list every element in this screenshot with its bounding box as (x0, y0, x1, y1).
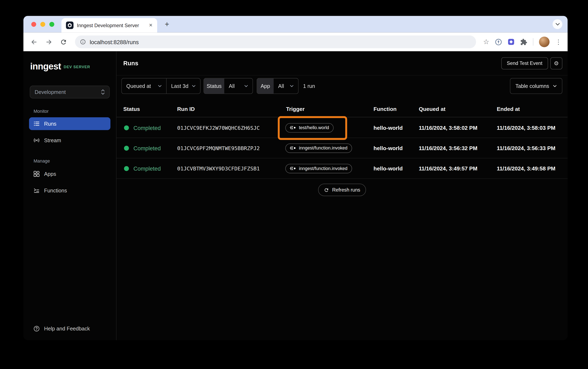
send-test-event-button[interactable]: Send Test Event (501, 57, 548, 69)
table-columns-label: Table columns (516, 83, 549, 89)
trigger-name: test/hello.world (299, 125, 329, 130)
page-title: Runs (123, 60, 138, 67)
runs-icon (34, 121, 40, 127)
refresh-runs-button[interactable]: Refresh runs (318, 184, 366, 196)
time-range-filter[interactable]: Last 3d (167, 78, 200, 93)
status-dot (124, 166, 129, 171)
status-filter-group: Status All (203, 78, 253, 94)
browser-toolbar: localhost:8288/runs ☆ ⋮ (23, 32, 568, 51)
tab-strip: Inngest Development Server ✕ + (23, 16, 568, 32)
help-label: Help and Feedback (44, 326, 90, 331)
status-dot (124, 125, 129, 130)
function-name[interactable]: hello-world (374, 165, 403, 171)
refresh-runs-label: Refresh runs (332, 187, 360, 193)
settings-gear-icon[interactable]: ⚙ (550, 57, 562, 69)
time-filter-group: Queued at Last 3d (121, 78, 200, 94)
run-id[interactable]: 01JCVBTMV3WXY9D3CFDEJFZSB1 (177, 165, 260, 171)
forward-icon[interactable] (44, 37, 53, 46)
environment-value: Development (35, 89, 66, 95)
trigger-name: inngest/function.invoked (299, 166, 348, 171)
inngest-logo: inngest (30, 61, 61, 72)
col-run-id: Run ID (177, 106, 195, 112)
ended-at: 11/16/2024, 3:58:03 PM (497, 125, 556, 131)
queued-at-label: Queued at (126, 83, 151, 89)
sidebar-item-runs[interactable]: Runs (29, 117, 110, 130)
close-tab-icon[interactable]: ✕ (149, 23, 152, 28)
col-ended: Ended at (497, 106, 520, 112)
col-queued: Queued at (419, 106, 446, 112)
run-id[interactable]: 01JCVC9EFKJ2W70WQHC6ZH6SJC (177, 125, 260, 131)
help-icon (34, 326, 40, 331)
sidebar-item-label: Apps (44, 171, 56, 177)
trigger-badge[interactable]: inngest/function.invoked (285, 143, 352, 153)
app-filter-value[interactable]: All (274, 78, 298, 93)
inngest-favicon-icon (66, 21, 73, 29)
url-text[interactable]: localhost:8288/runs (90, 39, 139, 45)
col-function: Function (374, 106, 397, 112)
extension-icon-1[interactable] (495, 38, 502, 46)
run-status: Completed (133, 145, 161, 151)
function-name[interactable]: hello-world (374, 125, 403, 131)
url-bar[interactable]: localhost:8288/runs (75, 35, 476, 48)
tab-title: Inngest Development Server (77, 22, 144, 28)
event-icon (290, 146, 296, 150)
inngest-app: inngest DEV SERVER Development Monitor R… (23, 51, 568, 340)
tab-search-chevron-icon[interactable] (553, 19, 562, 29)
run-id[interactable]: 01JCVC6PF2MQNMTWE95BBRZPJ2 (177, 145, 260, 151)
functions-icon (34, 187, 40, 194)
browser-tab[interactable]: Inngest Development Server ✕ (61, 18, 157, 32)
screenshot-stage: Inngest Development Server ✕ + (0, 0, 588, 369)
help-and-feedback[interactable]: Help and Feedback (29, 322, 110, 335)
main-content: Runs Send Test Event ⚙ Queued at Last 3d (116, 51, 568, 340)
status-value-label: All (229, 83, 235, 89)
browser-window: Inngest Development Server ✕ + (23, 16, 568, 340)
reload-icon[interactable] (59, 37, 68, 46)
trigger-badge[interactable]: test/hello.world (285, 123, 334, 132)
logo-row: inngest DEV SERVER (30, 61, 90, 72)
table-columns-button[interactable]: Table columns (510, 78, 562, 94)
table-row[interactable]: Completed 01JCVBTMV3WXY9D3CFDEJFZSB1 inn… (116, 158, 568, 179)
event-icon (290, 166, 296, 170)
site-info-icon[interactable] (80, 39, 86, 45)
filter-bar: Queued at Last 3d Status All (121, 78, 562, 94)
queued-at: 11/16/2024, 3:58:02 PM (419, 125, 477, 131)
queued-at: 11/16/2024, 3:56:32 PM (419, 145, 477, 151)
extensions-puzzle-icon[interactable] (520, 38, 527, 46)
sidebar-item-apps[interactable]: Apps (29, 167, 110, 180)
table-row[interactable]: Completed 01JCVC9EFKJ2W70WQHC6ZH6SJC tes… (116, 118, 568, 138)
close-window-button[interactable] (31, 22, 36, 27)
stream-icon (34, 137, 40, 143)
table-header: Status Run ID Trigger Function Queued at… (116, 101, 568, 117)
refresh-icon (324, 187, 329, 192)
extension-icon-2[interactable] (508, 39, 514, 45)
bookmark-star-icon[interactable]: ☆ (483, 39, 489, 45)
sidebar: inngest DEV SERVER Development Monitor R… (23, 51, 116, 340)
app-filter-group: App All (257, 78, 299, 94)
time-range-label: Last 3d (171, 83, 189, 89)
ended-at: 11/16/2024, 3:49:58 PM (497, 165, 556, 171)
browser-menu-icon[interactable]: ⋮ (555, 38, 562, 46)
back-icon[interactable] (30, 37, 39, 46)
dev-server-badge: DEV SERVER (64, 65, 90, 69)
profile-avatar[interactable] (539, 37, 549, 47)
table-row[interactable]: Completed 01JCVC6PF2MQNMTWE95BBRZPJ2 inn… (116, 138, 568, 158)
toolbar-divider (533, 38, 533, 46)
trigger-badge[interactable]: inngest/function.invoked (285, 164, 352, 173)
fullscreen-window-button[interactable] (49, 22, 54, 27)
updown-chevron-icon (101, 89, 105, 95)
minimize-window-button[interactable] (40, 22, 45, 27)
ended-at: 11/16/2024, 3:56:33 PM (497, 145, 556, 151)
col-status: Status (123, 106, 140, 112)
new-tab-button[interactable]: + (162, 19, 172, 29)
sidebar-item-functions[interactable]: Functions (29, 184, 110, 197)
run-status: Completed (133, 165, 161, 172)
queued-at-filter[interactable]: Queued at (122, 78, 166, 93)
status-filter-label: Status (204, 78, 224, 93)
sidebar-item-label: Stream (44, 137, 61, 143)
status-dot (124, 145, 129, 151)
sidebar-item-stream[interactable]: Stream (29, 134, 110, 147)
col-trigger: Trigger (286, 106, 305, 112)
environment-select[interactable]: Development (30, 86, 110, 98)
status-filter-value[interactable]: All (224, 78, 252, 93)
function-name[interactable]: hello-world (374, 145, 403, 151)
